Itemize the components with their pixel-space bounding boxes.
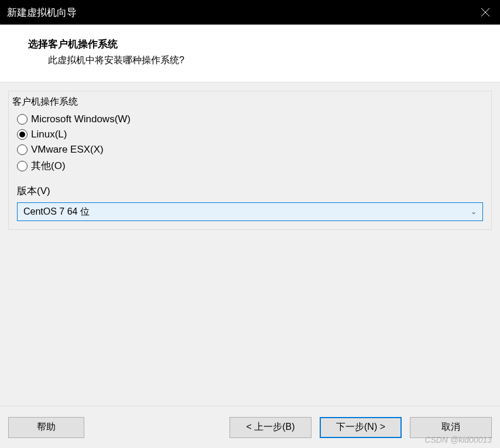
- radio-vmware-esx[interactable]: VMware ESX(X): [17, 144, 483, 156]
- radio-linux[interactable]: Linux(L): [17, 129, 483, 140]
- radio-indicator: [17, 114, 28, 125]
- page-subtitle: 此虚拟机中将安装哪种操作系统?: [28, 54, 500, 67]
- dropdown-selected-value: CentOS 7 64 位: [23, 206, 90, 218]
- next-button[interactable]: 下一步(N) >: [320, 417, 402, 438]
- radio-other[interactable]: 其他(O): [17, 159, 483, 173]
- close-button[interactable]: [471, 0, 500, 25]
- os-fieldset: 客户机操作系统 Microsoft Windows(W) Linux(L) VM…: [8, 91, 492, 230]
- wizard-header: 选择客户机操作系统 此虚拟机中将安装哪种操作系统?: [0, 25, 500, 82]
- version-section: 版本(V) CentOS 7 64 位 ⌄: [17, 184, 483, 221]
- radio-label: Microsoft Windows(W): [31, 113, 131, 125]
- radio-label: Linux(L): [31, 129, 67, 140]
- help-button[interactable]: 帮助: [8, 417, 84, 438]
- close-icon: [481, 8, 489, 16]
- content-area: 客户机操作系统 Microsoft Windows(W) Linux(L) VM…: [0, 82, 500, 439]
- radio-label: 其他(O): [31, 159, 66, 173]
- titlebar: 新建虚拟机向导: [0, 0, 500, 25]
- os-fieldset-legend: 客户机操作系统: [12, 96, 78, 108]
- radio-windows[interactable]: Microsoft Windows(W): [17, 113, 483, 125]
- chevron-down-icon: ⌄: [471, 208, 477, 216]
- version-label: 版本(V): [17, 184, 483, 198]
- window-title: 新建虚拟机向导: [7, 6, 77, 19]
- radio-label: VMware ESX(X): [31, 144, 104, 156]
- os-radio-group: Microsoft Windows(W) Linux(L) VMware ESX…: [17, 113, 483, 173]
- version-dropdown[interactable]: CentOS 7 64 位 ⌄: [17, 202, 483, 221]
- page-title: 选择客户机操作系统: [28, 37, 500, 51]
- wizard-footer: 帮助 < 上一步(B) 下一步(N) > 取消: [0, 406, 500, 448]
- cancel-button[interactable]: 取消: [410, 417, 492, 438]
- radio-indicator: [17, 161, 28, 171]
- back-button[interactable]: < 上一步(B): [230, 417, 311, 438]
- radio-indicator: [17, 129, 28, 140]
- radio-indicator: [17, 144, 28, 155]
